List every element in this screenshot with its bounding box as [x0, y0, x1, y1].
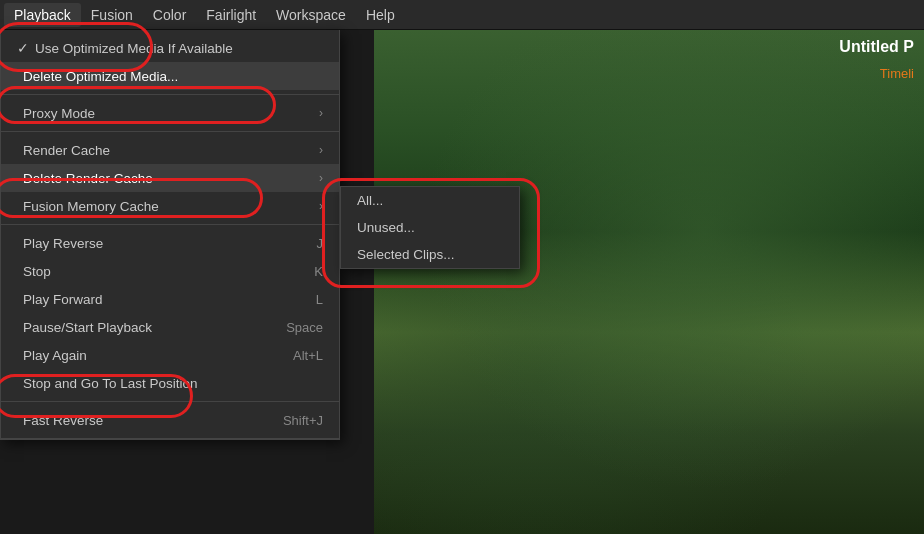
video-inner [374, 30, 924, 534]
menu-stop[interactable]: Stop K [1, 257, 339, 285]
shortcut-shiftj: Shift+J [283, 413, 323, 428]
section-playback: Play Reverse J Stop K Play Forward L [1, 225, 339, 402]
menu-play-again[interactable]: Play Again Alt+L [1, 341, 339, 369]
section-fast: Fast Reverse Shift+J [1, 402, 339, 439]
shortcut-altl: Alt+L [293, 348, 323, 363]
menu-delete-optimized[interactable]: Delete Optimized Media... [1, 62, 339, 90]
menu-bar: Playback Fusion Color Fairlight Workspac… [0, 0, 924, 30]
section-optimized: ✓ Use Optimized Media If Available Delet… [1, 30, 339, 95]
playback-dropdown: ✓ Use Optimized Media If Available Delet… [0, 30, 340, 440]
menu-render-cache[interactable]: Render Cache › [1, 136, 339, 164]
shortcut-l: L [316, 292, 323, 307]
menu-play-forward[interactable]: Play Forward L [1, 285, 339, 313]
menu-fusion[interactable]: Fusion [81, 3, 143, 27]
section-proxy: Proxy Mode › [1, 95, 339, 132]
video-preview [374, 30, 924, 534]
menu-fairlight[interactable]: Fairlight [196, 3, 266, 27]
menu-pause-start[interactable]: Pause/Start Playback Space [1, 313, 339, 341]
shortcut-j: J [317, 236, 324, 251]
arrow-icon-proxy: › [319, 106, 323, 120]
menu-playback[interactable]: Playback [4, 3, 81, 27]
section-cache: Render Cache › Delete Render Cache › Fus… [1, 132, 339, 225]
arrow-icon-delete-render: › [319, 171, 323, 185]
menu-color[interactable]: Color [143, 3, 196, 27]
shortcut-space: Space [286, 320, 323, 335]
submenu-all[interactable]: All... [341, 187, 519, 214]
timeline-label: Timeli [880, 66, 914, 81]
main-content: Untitled P Timeli ✓ Use Optimized Media … [0, 30, 924, 534]
menu-play-reverse[interactable]: Play Reverse J [1, 229, 339, 257]
menu-fusion-memory-cache[interactable]: Fusion Memory Cache › [1, 192, 339, 220]
menu-fast-reverse[interactable]: Fast Reverse Shift+J [1, 406, 339, 434]
menu-stop-go-last[interactable]: Stop and Go To Last Position [1, 369, 339, 397]
check-icon: ✓ [17, 40, 29, 56]
delete-render-submenu: All... Unused... Selected Clips... [340, 186, 520, 269]
submenu-selected-clips[interactable]: Selected Clips... [341, 241, 519, 268]
menu-proxy-mode[interactable]: Proxy Mode › [1, 99, 339, 127]
menu-help[interactable]: Help [356, 3, 405, 27]
menu-delete-render-cache[interactable]: Delete Render Cache › [1, 164, 339, 192]
menu-use-optimized[interactable]: ✓ Use Optimized Media If Available [1, 34, 339, 62]
project-title: Untitled P [839, 38, 914, 56]
menu-workspace[interactable]: Workspace [266, 3, 356, 27]
arrow-icon-fusion-cache: › [319, 199, 323, 213]
arrow-icon-render-cache: › [319, 143, 323, 157]
submenu-unused[interactable]: Unused... [341, 214, 519, 241]
shortcut-k: K [314, 264, 323, 279]
